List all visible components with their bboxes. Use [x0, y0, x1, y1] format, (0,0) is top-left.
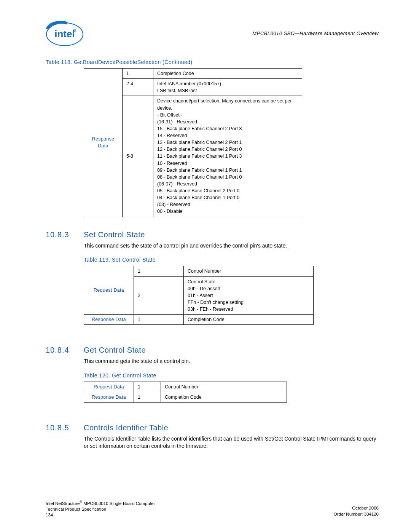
desc-cell: Intel IANA number (0x000157) LSB first, … [153, 79, 302, 96]
desc-cell: Device channel/port selection. Many conn… [153, 96, 302, 217]
footer-product: MPCBL0010 Single Board Computer [82, 501, 155, 505]
section-10-8-3-body: This command sets the state of a control… [84, 242, 379, 249]
byte-cell: 1 [134, 392, 161, 403]
table-row: Request Data 1 Control Number [84, 266, 314, 276]
response-data-label: Response Data [84, 392, 134, 403]
table-120-caption: Table 120. Get Control State [84, 372, 379, 379]
footer-left: Intel NetStructure® MPCBL0010 Single Boa… [46, 500, 155, 518]
byte-cell: 2 [134, 276, 184, 315]
footer-page-number: 134 [46, 512, 155, 518]
byte-cell: 2-4 [123, 79, 153, 96]
desc-cell: Control Number [161, 382, 287, 392]
desc-cell: Control State 00h - De-assert 01h - Asse… [184, 276, 314, 315]
request-data-label: Request Data [84, 382, 134, 392]
page-footer: Intel NetStructure® MPCBL0010 Single Boa… [46, 500, 379, 518]
byte-cell: 1 [134, 315, 184, 325]
table-119-caption: Table 119. Set Control State [84, 257, 379, 263]
table-row: Request Data 1 Control Number [84, 382, 287, 392]
footer-date: October 2006 [334, 505, 379, 511]
table-118-caption: Table 118. GetBoardDevicePossibleSelecti… [46, 59, 379, 65]
footer-order-number: Order Number: 304120 [334, 511, 379, 518]
svg-text:intel: intel [54, 28, 75, 40]
intel-logo: intel R [46, 21, 84, 48]
byte-cell: 5-8 [123, 96, 153, 217]
desc-cell: Control Number [184, 266, 314, 276]
footer-brand: Intel NetStructure [46, 501, 80, 505]
byte-cell: 1 [134, 382, 161, 392]
footer-right: October 2006 Order Number: 304120 [334, 500, 379, 518]
section-number: 10.8.5 [46, 423, 84, 432]
section-10-8-4-heading: 10.8.4 Get Control State [46, 346, 379, 355]
desc-cell: Completion Code [153, 69, 302, 79]
table-120: Request Data 1 Control Number Response D… [84, 382, 287, 403]
section-10-8-5-heading: 10.8.5 Controls Identifier Table [46, 423, 379, 432]
byte-cell: 1 [123, 69, 153, 79]
footer-doc-type: Technical Product Specification [46, 506, 155, 513]
section-title: Controls Identifier Table [84, 423, 168, 432]
table-row: Response Data 1 Completion Code [84, 69, 302, 79]
table-row: Response Data 1 Completion Code [84, 315, 314, 325]
table-row: Response Data 1 Completion Code [84, 392, 287, 403]
request-data-label: Request Data [84, 266, 134, 315]
section-10-8-5-body: The Controls Identifier Table lists the … [84, 435, 379, 450]
response-data-label: Response Data [84, 315, 134, 325]
table-119: Request Data 1 Control Number 2 Control … [84, 266, 314, 325]
section-title: Get Control State [84, 346, 146, 355]
page: intel R MPCBL0010 SBC—Hardware Managemen… [0, 0, 411, 532]
table-118: Response Data 1 Completion Code 2-4 Inte… [84, 68, 302, 217]
footer-product-line: Intel NetStructure® MPCBL0010 Single Boa… [46, 500, 155, 506]
desc-cell: Completion Code [184, 315, 314, 325]
page-header: intel R MPCBL0010 SBC—Hardware Managemen… [46, 21, 379, 48]
section-10-8-4-body: This command gets the state of a control… [84, 358, 379, 365]
section-10-8-3-heading: 10.8.3 Set Control State [46, 230, 379, 239]
byte-cell: 1 [134, 266, 184, 276]
document-header-title: MPCBL0010 SBC—Hardware Management Overvi… [252, 30, 379, 36]
section-title: Set Control State [84, 230, 145, 239]
desc-cell: Completion Code [161, 392, 287, 403]
section-number: 10.8.3 [46, 230, 84, 239]
section-number: 10.8.4 [46, 346, 84, 355]
response-data-label: Response Data [84, 69, 123, 217]
